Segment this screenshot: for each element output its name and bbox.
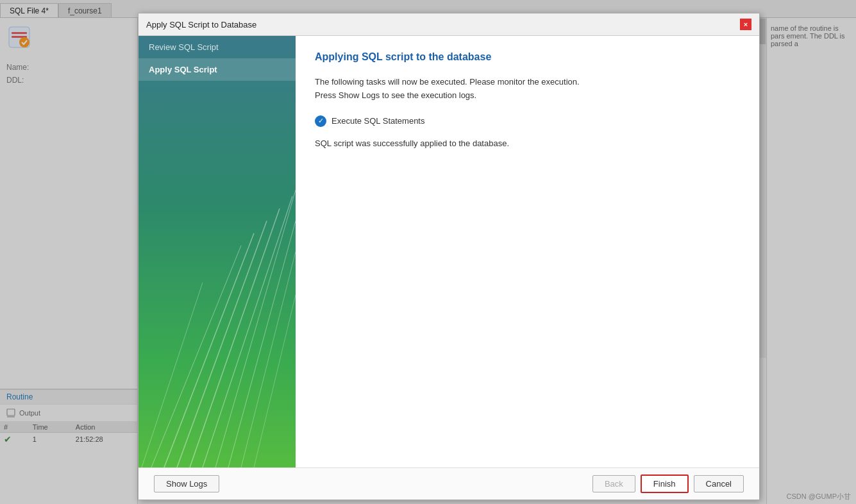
svg-line-13 <box>241 252 296 468</box>
task-check-icon: ✓ <box>315 115 326 127</box>
svg-line-11 <box>215 190 296 467</box>
finish-button[interactable]: Finish <box>641 475 689 493</box>
desc-line1: The following tasks will now be executed… <box>315 76 740 89</box>
show-logs-button[interactable]: Show Logs <box>154 475 219 492</box>
dialog-body: Review SQL Script Apply SQL Script Apply… <box>138 36 759 467</box>
svg-line-14 <box>142 283 203 467</box>
back-button[interactable]: Back <box>592 475 635 492</box>
footer-right-buttons: Back Finish Cancel <box>592 475 744 493</box>
svg-line-9 <box>203 196 292 467</box>
dialog-content-title: Applying SQL script to the database <box>315 51 740 63</box>
nav-apply-sql[interactable]: Apply SQL Script <box>138 58 296 81</box>
cancel-button[interactable]: Cancel <box>694 475 744 492</box>
nav-review-sql[interactable]: Review SQL Script <box>138 36 296 58</box>
apply-sql-dialog: Apply SQL Script to Database × Revie <box>138 13 760 500</box>
dialog-content-area: Applying SQL script to the database The … <box>296 36 759 467</box>
task-label: Execute SQL Statements <box>331 116 424 126</box>
task-item: ✓ Execute SQL Statements <box>315 115 740 127</box>
svg-line-15 <box>254 295 296 467</box>
svg-line-10 <box>151 246 241 467</box>
dialog-description: The following tasks will now be executed… <box>315 76 740 103</box>
dialog-title: Apply SQL Script to Database <box>146 20 256 29</box>
svg-line-12 <box>228 221 296 467</box>
desc-line2: Press Show Logs to see the execution log… <box>315 89 740 103</box>
dialog-nav-panel: Review SQL Script Apply SQL Script <box>138 36 296 467</box>
svg-line-8 <box>164 233 254 467</box>
dialog-title-bar: Apply SQL Script to Database × <box>138 13 759 36</box>
dialog-close-button[interactable]: × <box>740 19 751 30</box>
success-message: SQL script was successfully applied to t… <box>315 139 740 148</box>
svg-line-6 <box>177 221 267 467</box>
nav-decoration <box>138 36 296 467</box>
dialog-footer: Show Logs Back Finish Cancel <box>138 467 759 500</box>
svg-line-7 <box>190 208 280 467</box>
